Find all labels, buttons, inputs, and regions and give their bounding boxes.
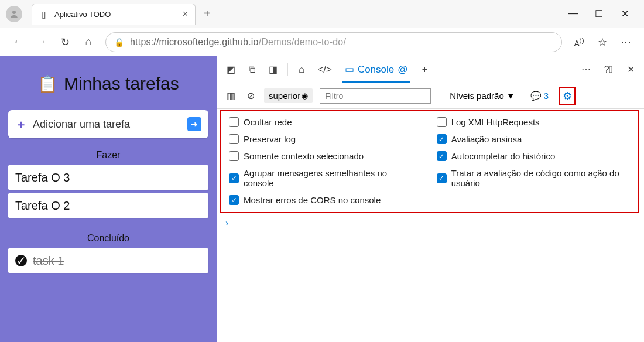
checkbox-icon[interactable] — [229, 134, 239, 144]
tab-console-label: Console — [358, 64, 394, 76]
setting-row[interactable]: Preservar log — [229, 134, 402, 144]
home-button[interactable]: ⌂ — [82, 36, 95, 48]
levels-label: Níveis padrão — [450, 91, 504, 101]
log-levels-dropdown[interactable]: Níveis padrão ▼ — [450, 91, 515, 101]
titlebar: [| Aplicativo TODO × + — ☐ ✕ — [0, 0, 644, 28]
read-aloud-icon[interactable]: A)) — [573, 36, 585, 48]
sidebar-toggle-icon[interactable]: ▥ — [224, 90, 237, 101]
context-label: superior — [269, 91, 300, 101]
issues-count: 3 — [544, 91, 549, 101]
close-window-button[interactable]: ✕ — [617, 8, 632, 19]
setting-label: Tratar a avaliação de código como ação d… — [451, 168, 630, 188]
setting-label: Somente contexto selecionado — [244, 151, 364, 161]
submit-arrow-icon[interactable]: ➜ — [187, 117, 201, 131]
profile-avatar[interactable] — [6, 6, 22, 22]
checkbox-icon[interactable]: ✓ — [229, 173, 239, 183]
chat-icon: 💬 — [530, 91, 542, 101]
navbar: ← → ↻ ⌂ 🔒 https://microsoftedge.github.i… — [0, 28, 644, 56]
console-tab-icon: ▭ — [345, 63, 354, 76]
inspect-icon[interactable]: ◩ — [224, 64, 237, 75]
clipboard-icon: 📋 — [37, 74, 58, 94]
setting-row[interactable]: Ocultar rede — [229, 117, 402, 127]
console-toolbar: ▥ ⊘ superior ◉ Níveis padrão ▼ 💬 3 ⚙ — [217, 83, 644, 109]
filter-input[interactable] — [320, 88, 431, 104]
setting-label: Autocompletar do histórico — [451, 151, 556, 161]
new-tab-button[interactable]: + — [204, 7, 211, 20]
devtools-tabbar: ◩ ⧉ ◨ ⌂ </> ▭ Console @ + ⋯ ?⃝ ✕ — [217, 56, 644, 83]
todo-app-page: 📋 Minhas tarefas ＋ Adicionar uma tarefa … — [0, 56, 217, 342]
settings-col-left: Ocultar redePreservar logSomente context… — [229, 117, 402, 205]
tab-welcome[interactable]: ⌂ — [296, 64, 307, 76]
tab-favicon-icon: [| — [39, 9, 49, 19]
setting-row[interactable]: Somente contexto selecionado — [229, 151, 402, 161]
checkbox-icon[interactable]: ✓ — [437, 134, 447, 144]
settings-col-right: Log XMLHttpRequests✓Avaliação ansiosa✓Au… — [437, 117, 630, 205]
forward-button[interactable]: → — [35, 36, 48, 48]
lock-icon: 🔒 — [114, 37, 124, 47]
help-icon[interactable]: ?⃝ — [602, 64, 615, 75]
maximize-button[interactable]: ☐ — [591, 8, 607, 19]
setting-label: Mostrar erros de CORS no console — [244, 195, 381, 205]
minimize-button[interactable]: — — [566, 8, 581, 19]
eye-icon: ◉ — [302, 91, 308, 100]
browser-tab[interactable]: [| Aplicativo TODO × — [32, 4, 196, 25]
devtools-close-icon[interactable]: ✕ — [624, 64, 637, 75]
address-bar[interactable]: 🔒 https://microsoftedge.github.io/Demos/… — [105, 32, 562, 52]
setting-label: Ocultar rede — [244, 117, 292, 127]
more-menu-icon[interactable]: ⋯ — [619, 36, 632, 49]
dock-icon[interactable]: ◨ — [266, 64, 279, 75]
checkbox-icon[interactable]: ✓ — [437, 151, 447, 161]
devtools-more-icon[interactable]: ⋯ — [580, 64, 592, 75]
favorite-icon[interactable]: ☆ — [596, 36, 609, 49]
setting-row[interactable]: Log XMLHttpRequests — [437, 117, 630, 127]
todo-heading: Fazer — [97, 150, 121, 160]
add-tab-icon[interactable]: + — [419, 64, 431, 75]
gear-icon[interactable]: ⚙ — [563, 90, 572, 102]
setting-row[interactable]: ✓Mostrar erros de CORS no console — [229, 195, 402, 205]
setting-label: Preservar log — [244, 134, 296, 144]
settings-gear-highlight: ⚙ — [559, 87, 576, 105]
add-task-label: Adicionar uma tarefa — [33, 118, 130, 131]
checkbox-icon[interactable] — [229, 117, 239, 127]
setting-row[interactable]: ✓Tratar a avaliação de código como ação … — [437, 168, 630, 188]
back-button[interactable]: ← — [12, 36, 25, 48]
setting-label: Log XMLHttpRequests — [451, 117, 540, 127]
issues-counter[interactable]: 💬 3 — [530, 91, 549, 101]
task-label: Tarefa O 3 — [15, 171, 70, 184]
tab-title: Aplicativo TODO — [54, 10, 177, 19]
svg-point-0 — [12, 11, 16, 14]
dropdown-caret-icon: ▼ — [506, 91, 515, 101]
device-toggle-icon[interactable]: ⧉ — [245, 64, 258, 75]
devtools-panel: ◩ ⧉ ◨ ⌂ </> ▭ Console @ + ⋯ ?⃝ ✕ — [217, 56, 644, 342]
checkbox-icon[interactable] — [437, 117, 447, 127]
checkbox-icon[interactable] — [229, 151, 239, 161]
plus-icon: ＋ — [15, 117, 27, 132]
context-selector[interactable]: superior ◉ — [264, 88, 313, 103]
setting-label: Agrupar mensagens semelhantes no console — [244, 168, 402, 188]
url-text: https://microsoftedge.github.io/Demos/de… — [130, 37, 346, 47]
setting-row[interactable]: ✓Autocompletar do histórico — [437, 151, 630, 161]
tab-close-icon[interactable]: × — [183, 9, 188, 19]
checkbox-icon[interactable]: ✓ — [437, 173, 447, 183]
console-settings-panel: Ocultar redePreservar logSomente context… — [220, 110, 639, 213]
setting-label: Avaliação ansiosa — [451, 134, 522, 144]
check-circle-icon: ✓ — [15, 255, 27, 266]
task-label: task 1 — [33, 254, 64, 268]
page-title: Minhas tarefas — [64, 74, 179, 94]
refresh-button[interactable]: ↻ — [59, 36, 71, 49]
add-task-input[interactable]: ＋ Adicionar uma tarefa ➜ — [8, 110, 208, 138]
task-row-done[interactable]: ✓ task 1 — [8, 248, 208, 273]
tab-console[interactable]: ▭ Console @ — [342, 63, 410, 83]
done-heading: Concluído — [87, 233, 129, 244]
setting-row[interactable]: ✓Avaliação ansiosa — [437, 134, 630, 144]
setting-row[interactable]: ✓Agrupar mensagens semelhantes no consol… — [229, 168, 402, 188]
task-row[interactable]: Tarefa O 2 — [8, 193, 208, 218]
checkbox-icon[interactable]: ✓ — [229, 195, 239, 205]
console-prompt[interactable]: › — [217, 213, 644, 233]
task-row[interactable]: Tarefa O 3 — [8, 165, 208, 190]
at-icon: @ — [398, 64, 407, 76]
tab-elements[interactable]: </> — [315, 64, 334, 76]
task-label: Tarefa O 2 — [15, 199, 70, 213]
clear-console-icon[interactable]: ⊘ — [244, 90, 257, 101]
